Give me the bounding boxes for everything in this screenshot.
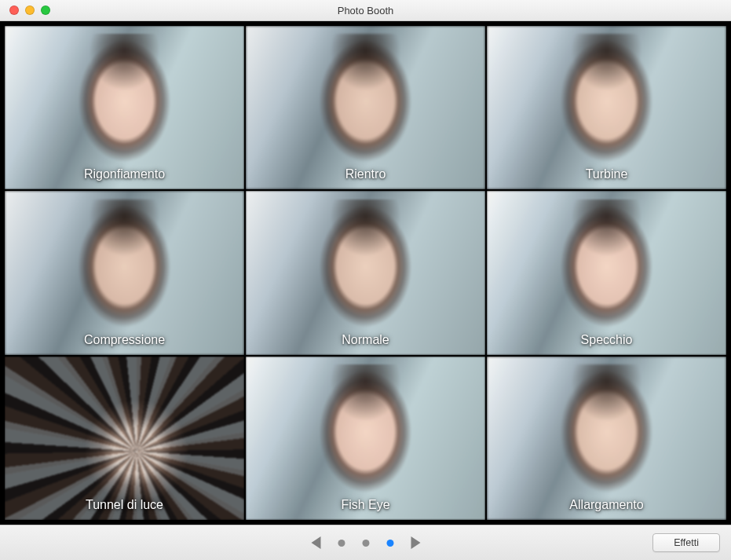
previous-page-arrow-icon[interactable] (311, 536, 320, 549)
effect-tile-fish-eye[interactable]: Fish Eye (246, 357, 485, 520)
effect-preview-image (487, 26, 726, 189)
page-dot-3[interactable] (386, 540, 393, 547)
effect-preview-image (5, 191, 244, 354)
effect-label: Compressione (84, 333, 165, 347)
window-title: Photo Booth (0, 5, 731, 16)
effect-tile-allargamento[interactable]: Allargamento (487, 357, 726, 520)
window-controls (0, 5, 50, 15)
effect-preview-image (246, 26, 485, 189)
effect-preview-image (5, 26, 244, 189)
effect-tile-compressione[interactable]: Compressione (5, 191, 244, 354)
effect-preview-image (246, 191, 485, 354)
effect-tile-specchio[interactable]: Specchio (487, 191, 726, 354)
effect-label: Rigonfiamento (84, 167, 165, 181)
titlebar: Photo Booth (0, 0, 731, 21)
effects-button-label: Effetti (674, 537, 699, 548)
effect-label: Tunnel di luce (86, 498, 163, 512)
effect-tile-tunnel-di-luce[interactable]: Tunnel di luce (5, 357, 244, 520)
bottom-toolbar: Effetti (0, 525, 731, 560)
fullscreen-button[interactable] (41, 5, 50, 15)
effect-label: Normale (342, 333, 389, 347)
effect-label: Fish Eye (341, 498, 389, 512)
effect-label: Rientro (345, 167, 386, 181)
effect-preview-image (487, 191, 726, 354)
effect-label: Allargamento (569, 498, 643, 512)
effect-label: Turbine (586, 167, 628, 181)
effect-label: Specchio (581, 333, 633, 347)
effect-preview-image (487, 357, 726, 520)
effects-button[interactable]: Effetti (652, 533, 720, 552)
effect-tile-turbine[interactable]: Turbine (487, 26, 726, 189)
next-page-arrow-icon[interactable] (411, 536, 420, 549)
minimize-button[interactable] (25, 5, 35, 15)
effect-tile-rigonfiamento[interactable]: Rigonfiamento (5, 26, 244, 189)
effects-viewport: Rigonfiamento Rientro Turbine Compressio… (0, 21, 731, 525)
page-dot-2[interactable] (362, 540, 369, 547)
effects-grid: Rigonfiamento Rientro Turbine Compressio… (5, 26, 726, 520)
effect-preview-image (5, 357, 244, 520)
effect-tile-normale[interactable]: Normale (246, 191, 485, 354)
effect-tile-rientro[interactable]: Rientro (246, 26, 485, 189)
effects-pager (311, 536, 420, 549)
effect-preview-image (246, 357, 485, 520)
photo-booth-window: Photo Booth Rigonfiamento Rientro Turbin… (0, 0, 731, 560)
close-button[interactable] (9, 5, 19, 15)
page-dot-1[interactable] (338, 540, 345, 547)
